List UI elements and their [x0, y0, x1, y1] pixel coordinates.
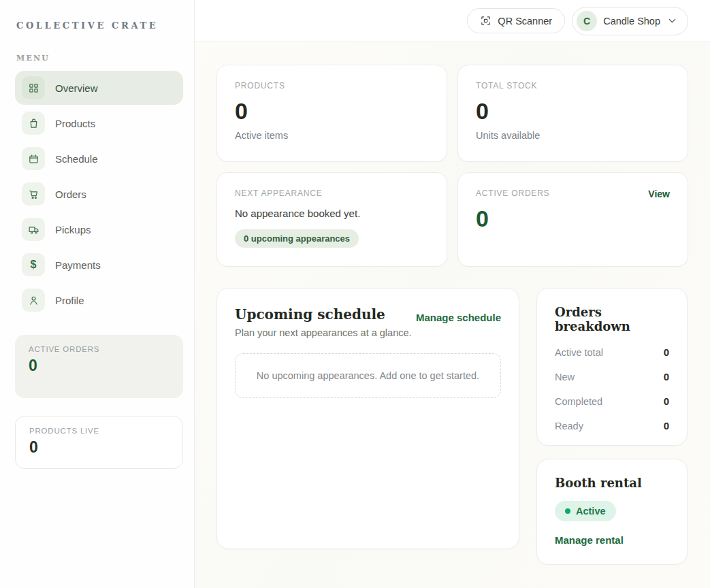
products-live-label: PRODUCTS LIVE	[29, 427, 169, 435]
next-appearance-label: NEXT APPEARANCE	[235, 189, 429, 198]
sidebar-item-label: Payments	[55, 259, 101, 271]
booth-rental-card: Booth rental Active Manage rental	[536, 459, 688, 565]
sidebar-item-label: Overview	[55, 82, 98, 94]
dashboard-content: PRODUCTS 0 Active items TOTAL STOCK 0 Un…	[195, 42, 710, 588]
breakdown-label: Active total	[555, 347, 603, 358]
topbar: QR Scanner C Candle Shop	[195, 0, 710, 42]
sidebar-item-overview[interactable]: Overview	[15, 71, 183, 105]
orders-breakdown-card: Orders breakdown Active total 0 New 0 Co…	[536, 288, 688, 446]
sidebar: COLLECTIVE CRATE MENU Overview Products …	[0, 0, 195, 588]
schedule-empty-state: No upcoming appearances. Add one to get …	[235, 353, 501, 398]
total-stock-caption: Units available	[476, 130, 670, 141]
sidebar-active-orders-card: ACTIVE ORDERS 0	[15, 335, 183, 398]
schedule-title: Upcoming schedule	[235, 306, 412, 323]
shop-switcher[interactable]: C Candle Shop	[572, 7, 688, 35]
manage-rental-link[interactable]: Manage rental	[555, 534, 669, 546]
status-dot-icon	[565, 508, 570, 514]
products-stat-label: PRODUCTS	[235, 81, 429, 91]
cart-icon	[22, 182, 45, 206]
qr-scanner-button[interactable]: QR Scanner	[467, 8, 565, 33]
view-orders-link[interactable]: View	[648, 189, 670, 199]
upcoming-schedule-card: Upcoming schedule Plan your next appeara…	[216, 288, 519, 549]
sidebar-item-label: Products	[55, 118, 95, 129]
shop-avatar: C	[577, 11, 597, 31]
user-icon	[22, 289, 45, 312]
sidebar-item-pickups[interactable]: Pickups	[15, 212, 183, 246]
brand-logo: COLLECTIVE CRATE	[16, 20, 183, 31]
active-orders-value: 0	[29, 357, 170, 375]
total-stock-value: 0	[476, 99, 670, 124]
active-orders-stat-value: 0	[476, 206, 670, 231]
products-stat-value: 0	[235, 99, 429, 124]
rental-status-text: Active	[576, 506, 606, 517]
sidebar-item-schedule[interactable]: Schedule	[15, 142, 183, 176]
sidebar-item-orders[interactable]: Orders	[15, 177, 183, 211]
truck-icon	[22, 218, 45, 241]
main-area: QR Scanner C Candle Shop PRODUCTS 0 Acti…	[195, 0, 710, 588]
breakdown-label: New	[555, 372, 575, 382]
stats-grid: PRODUCTS 0 Active items TOTAL STOCK 0 Un…	[216, 65, 688, 267]
grid-icon	[22, 76, 45, 99]
rental-status-badge: Active	[555, 501, 616, 521]
sidebar-item-payments[interactable]: $ Payments	[15, 248, 183, 282]
booth-rental-title: Booth rental	[555, 476, 669, 490]
schedule-empty-message: No upcoming appearances. Add one to get …	[257, 370, 479, 381]
dollar-icon: $	[22, 253, 45, 276]
right-column: Orders breakdown Active total 0 New 0 Co…	[536, 288, 688, 565]
sidebar-item-products[interactable]: Products	[15, 106, 183, 140]
shop-name: Candle Shop	[603, 16, 660, 27]
orders-breakdown-title: Orders breakdown	[555, 305, 669, 333]
total-stock-stat-card: TOTAL STOCK 0 Units available	[457, 65, 688, 162]
schedule-header: Upcoming schedule Plan your next appeara…	[235, 306, 501, 338]
upcoming-appearances-badge: 0 upcoming appearances	[235, 229, 359, 248]
sidebar-item-label: Profile	[55, 295, 84, 306]
sidebar-item-label: Schedule	[55, 153, 98, 165]
breakdown-label: Ready	[555, 421, 583, 431]
active-orders-label: ACTIVE ORDERS	[29, 345, 170, 353]
products-stat-caption: Active items	[235, 130, 429, 141]
chevron-down-icon	[666, 15, 678, 27]
breakdown-value: 0	[664, 395, 669, 407]
bag-icon	[22, 112, 45, 135]
sidebar-products-live-card: PRODUCTS LIVE 0	[15, 416, 183, 469]
next-appearance-message: No appearance booked yet.	[235, 208, 429, 219]
schedule-subtitle: Plan your next appearances at a glance.	[235, 327, 412, 338]
breakdown-label: Completed	[555, 396, 602, 407]
active-orders-stat-card: ACTIVE ORDERS View 0	[457, 172, 688, 267]
calendar-icon	[22, 147, 45, 170]
app-window: COLLECTIVE CRATE MENU Overview Products …	[0, 0, 710, 588]
breakdown-row: Completed 0	[555, 395, 669, 407]
bottom-row: Upcoming schedule Plan your next appeara…	[216, 288, 688, 565]
total-stock-label: TOTAL STOCK	[476, 81, 670, 91]
qr-scan-icon	[480, 15, 491, 27]
breakdown-row: Ready 0	[555, 420, 669, 431]
menu-section-label: MENU	[16, 54, 183, 63]
products-live-value: 0	[29, 438, 169, 457]
next-appearance-card: NEXT APPEARANCE No appearance booked yet…	[216, 172, 447, 267]
breakdown-value: 0	[664, 371, 669, 382]
sidebar-item-label: Pickups	[55, 224, 91, 235]
qr-scanner-label: QR Scanner	[498, 16, 552, 27]
manage-schedule-link[interactable]: Manage schedule	[416, 312, 501, 323]
active-orders-stat-label: ACTIVE ORDERS	[476, 189, 670, 198]
breakdown-value: 0	[664, 420, 669, 431]
sidebar-item-label: Orders	[55, 189, 86, 200]
breakdown-value: 0	[664, 346, 669, 358]
sidebar-nav: Overview Products Schedule Orders	[15, 71, 183, 317]
breakdown-row: Active total 0	[555, 346, 669, 358]
breakdown-row: New 0	[555, 371, 669, 382]
sidebar-item-profile[interactable]: Profile	[15, 283, 183, 317]
products-stat-card: PRODUCTS 0 Active items	[216, 65, 447, 162]
